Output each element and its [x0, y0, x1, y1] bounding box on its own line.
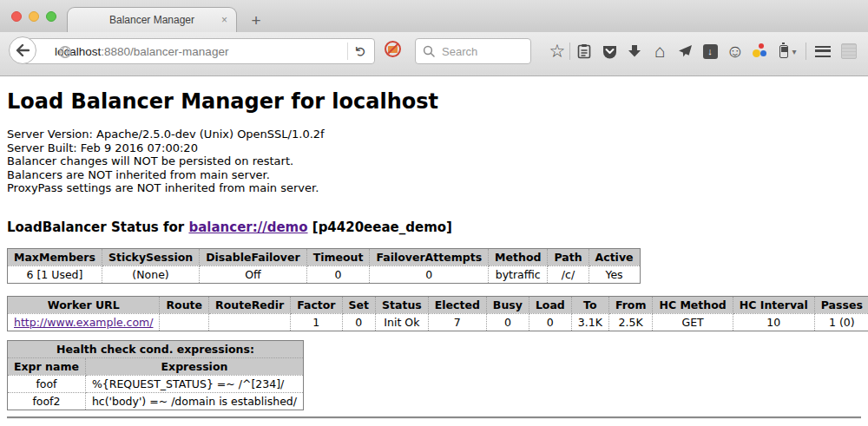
hamburger-bars-shape [815, 46, 831, 57]
color-dots-addon-icon[interactable] [749, 41, 770, 62]
cell-expr-name: foof2 [8, 392, 86, 410]
table-header-row: Worker URL Route RouteRedir Factor Set S… [8, 296, 868, 313]
col-worker-url: Worker URL [8, 296, 160, 313]
health-check-expressions-table: Health check cond. expressions: Expr nam… [7, 340, 304, 410]
col-busy: Busy [486, 296, 529, 313]
cell-maxmembers: 6 [1 Used] [8, 265, 102, 283]
cell-busy: 0 [486, 313, 529, 331]
table-title-row: Health check cond. expressions: [8, 340, 304, 357]
col-passes: Passes [814, 296, 868, 313]
col-routeredir: RouteRedir [209, 296, 291, 313]
col-from: From [608, 296, 653, 313]
cell-expr-name: foof [8, 375, 86, 392]
cell-method: bytraffic [489, 265, 548, 283]
worker-status-table: Worker URL Route RouteRedir Factor Set S… [7, 296, 868, 331]
table-row: http://www.example.com/ 1 0 Init Ok 7 0 … [8, 313, 868, 331]
col-disablefailover: DisableFailover [200, 248, 306, 265]
col-timeout: Timeout [306, 248, 370, 265]
home-icon[interactable]: ⌂ [649, 41, 670, 62]
cell-set: 0 [342, 313, 375, 331]
pocket-icon[interactable] [599, 41, 620, 62]
downloads-panel-square-icon[interactable]: ↓ [700, 41, 720, 62]
cell-timeout: 0 [306, 265, 370, 283]
cell-hc-method: GET [653, 313, 733, 331]
url-text[interactable]: localhost:8880/balancer-manager [55, 45, 347, 58]
plugin-blocked-icon[interactable] [385, 41, 401, 57]
menu-hamburger-icon[interactable] [812, 41, 833, 62]
search-bar[interactable] [415, 38, 531, 64]
search-input[interactable] [440, 44, 518, 59]
persist-notice-line: Balancer changes will NOT be persisted o… [7, 154, 861, 168]
cell-failoverattempts: 0 [370, 265, 489, 283]
bottom-divider [7, 416, 861, 419]
battery-shape [779, 45, 788, 58]
toolbar-separator [569, 43, 570, 60]
cell-expression: hc('body') =~ /domain is established/ [85, 392, 303, 410]
traffic-lights [11, 11, 56, 22]
server-version-line: Server Version: Apache/2.5.0-dev (Unix) … [7, 128, 861, 141]
window-close-button[interactable] [11, 11, 22, 22]
server-info-block: Server Version: Apache/2.5.0-dev (Unix) … [7, 128, 861, 195]
cell-active: Yes [589, 265, 640, 283]
color-dots-shape [752, 43, 767, 59]
cell-disablefailover: Off [200, 265, 306, 283]
page-content: Load Balancer Manager for localhost Serv… [0, 89, 868, 419]
cell-load: 0 [529, 313, 571, 331]
square-download-glyph: ↓ [703, 44, 718, 59]
cell-to: 3.1K [571, 313, 608, 331]
table-header-row: MaxMembers StickySession DisableFailover… [8, 248, 641, 265]
balancer-demo-link[interactable]: balancer://demo [188, 220, 307, 235]
tab-groups-page-icon[interactable] [838, 41, 859, 62]
cell-from: 2.5K [608, 313, 653, 331]
cell-passes: 1 (0) [814, 313, 868, 331]
navigation-toolbar: localhost:8880/balancer-manager ↻ ☆ ⌂ [0, 32, 868, 76]
table-row: foof %{REQUEST_STATUS} =~ /^[234]/ [8, 375, 304, 392]
proxypass-notice-line: ProxyPass settings are NOT inherited fro… [7, 181, 861, 195]
reading-list-clipboard-icon[interactable] [574, 41, 595, 62]
worker-url-link[interactable]: http://www.example.com/ [14, 316, 153, 329]
cell-worker-url: http://www.example.com/ [8, 313, 160, 331]
col-set: Set [342, 296, 375, 313]
bookmark-star-icon[interactable]: ☆ [547, 41, 568, 62]
tab-bar: Balancer Manager × + [0, 0, 868, 32]
cell-route [160, 313, 209, 331]
col-load: Load [529, 296, 571, 313]
reload-icon[interactable]: ↻ [352, 45, 369, 56]
balancers-notice-line: Balancers are NOT inherited from main se… [7, 168, 861, 182]
tab-balancer-manager[interactable]: Balancer Manager × [67, 7, 237, 32]
col-elected: Elected [428, 296, 486, 313]
balancer-settings-table: MaxMembers StickySession DisableFailover… [7, 248, 641, 284]
back-button[interactable] [9, 36, 36, 64]
col-expression: Expression [85, 357, 303, 375]
health-table-title: Health check cond. expressions: [8, 340, 304, 357]
tab-close-icon[interactable]: × [221, 14, 227, 26]
cell-path: /c/ [548, 265, 589, 283]
table-header-row: Expr name Expression [8, 357, 304, 375]
overflow-chevron-icon[interactable]: ▾ [788, 41, 800, 62]
col-maxmembers: MaxMembers [8, 248, 102, 265]
site-identity-globe-icon[interactable] [58, 45, 72, 62]
cell-stickysession: (None) [102, 265, 199, 283]
urlbar-separator [347, 43, 348, 60]
col-stickysession: StickySession [102, 248, 199, 265]
url-bar[interactable]: localhost:8880/balancer-manager ↻ [23, 38, 375, 64]
page-grid-shape [841, 43, 857, 59]
page-title: Load Balancer Manager for localhost [7, 89, 861, 115]
emoji-addon-icon[interactable]: ☺ [725, 41, 746, 62]
cell-elected: 7 [428, 313, 486, 331]
window-zoom-button[interactable] [46, 11, 56, 22]
window-minimize-button[interactable] [29, 11, 39, 22]
col-expr-name: Expr name [8, 357, 86, 375]
back-arrow-icon [16, 44, 30, 56]
table-row: 6 [1 Used] (None) Off 0 0 bytraffic /c/ … [8, 265, 641, 283]
cell-status: Init Ok [376, 313, 429, 331]
url-path: :8880/balancer-manager [101, 45, 228, 58]
new-tab-button[interactable]: + [246, 11, 266, 30]
server-built-line: Server Built: Feb 9 2016 07:00:20 [7, 141, 861, 155]
cell-routeredir [209, 313, 291, 331]
download-icon[interactable] [624, 41, 645, 62]
col-method: Method [489, 248, 548, 265]
search-icon [423, 45, 435, 57]
send-plane-icon[interactable] [674, 41, 695, 62]
browser-chrome: Balancer Manager × + localhost:8880/bala… [0, 0, 868, 76]
